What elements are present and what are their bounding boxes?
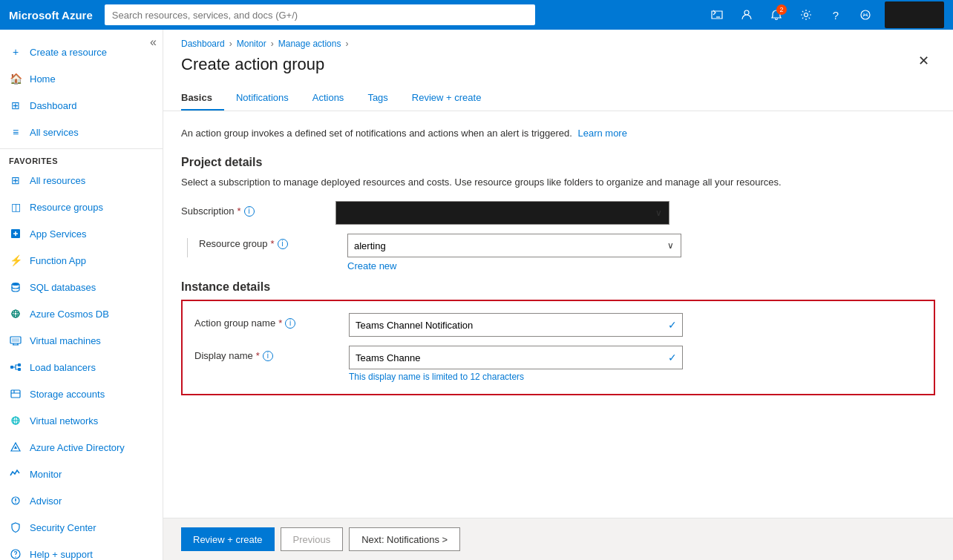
monitor-icon <box>9 467 22 481</box>
tab-tags[interactable]: Tags <box>356 86 399 111</box>
svg-point-19 <box>15 502 16 503</box>
learn-more-link[interactable]: Learn more <box>577 128 626 139</box>
resource-group-control: alerting Create new <box>347 234 681 271</box>
display-name-hint: This display name is limited to 12 chara… <box>349 372 683 382</box>
settings-button[interactable] <box>793 1 819 28</box>
directory-button[interactable] <box>733 1 760 28</box>
help-button[interactable]: ? <box>822 1 849 28</box>
display-name-input[interactable] <box>349 346 683 369</box>
all-resources-icon: ⊞ <box>9 174 22 187</box>
breadcrumb-and-title: Dashboard › Monitor › Manage actions › C… <box>181 39 348 83</box>
subscription-control <box>335 201 669 225</box>
vm-icon <box>9 334 22 347</box>
sidebar-item-azure-active-directory[interactable]: Azure Active Directory <box>0 434 163 461</box>
sidebar-item-advisor[interactable]: Advisor <box>0 487 163 514</box>
sidebar-item-label: Virtual machines <box>30 335 101 346</box>
list-icon: ≡ <box>9 125 22 139</box>
sidebar-item-label: Create a resource <box>30 47 107 58</box>
agn-info-icon[interactable]: i <box>285 318 295 329</box>
svg-point-7 <box>12 310 19 317</box>
svg-rect-13 <box>18 363 21 366</box>
display-name-check-icon: ✓ <box>668 352 677 363</box>
help-icon: ? <box>833 9 839 22</box>
create-new-link[interactable]: Create new <box>347 260 681 271</box>
dn-required: * <box>256 350 260 361</box>
sidebar-item-label: Virtual networks <box>30 415 98 426</box>
breadcrumb-manage-actions[interactable]: Manage actions <box>278 39 341 49</box>
resource-group-select[interactable]: alerting <box>347 234 681 257</box>
action-group-name-check-icon: ✓ <box>668 319 677 331</box>
cloud-shell-button[interactable] <box>704 1 730 28</box>
previous-button[interactable]: Previous <box>281 527 344 551</box>
subscription-row: Subscription * i <box>181 201 935 225</box>
sidebar-item-load-balancers[interactable]: Load balancers <box>0 354 163 381</box>
notification-button[interactable]: 2 <box>763 1 790 28</box>
resource-group-info-icon[interactable]: i <box>278 239 288 249</box>
breadcrumb-sep-1: › <box>229 39 232 49</box>
user-avatar[interactable] <box>885 1 944 28</box>
sidebar-item-help-support[interactable]: Help + support <box>0 541 163 560</box>
panel-footer: Review + create Previous Next: Notificat… <box>163 518 953 560</box>
subscription-required: * <box>238 205 241 217</box>
next-button[interactable]: Next: Notifications > <box>349 527 460 551</box>
project-details-desc: Select a subscription to manage deployed… <box>181 175 935 190</box>
sidebar-item-virtual-machines[interactable]: Virtual machines <box>0 327 163 354</box>
display-name-control: ✓ This display name is limited to 12 cha… <box>349 346 683 382</box>
action-group-name-row: Action group name * i ✓ <box>194 313 922 337</box>
sidebar-item-label: App Services <box>30 228 87 240</box>
feedback-button[interactable] <box>852 1 879 28</box>
aad-icon <box>9 441 22 454</box>
sidebar-item-monitor[interactable]: Monitor <box>0 461 163 487</box>
tab-notifications[interactable]: Notifications <box>224 86 301 111</box>
search-input[interactable] <box>105 4 535 25</box>
panel: Dashboard › Monitor › Manage actions › C… <box>163 30 953 560</box>
sidebar-item-all-services[interactable]: ≡ All services <box>0 119 163 145</box>
action-group-name-input[interactable] <box>349 313 683 337</box>
review-create-button[interactable]: Review + create <box>181 527 275 551</box>
vnet-icon <box>9 414 22 427</box>
sidebar-item-app-services[interactable]: App Services <box>0 220 163 247</box>
svg-rect-15 <box>11 390 20 398</box>
sidebar-item-label: Function App <box>30 255 86 266</box>
sidebar-collapse-button[interactable]: « <box>150 36 157 49</box>
tab-actions[interactable]: Actions <box>301 86 356 111</box>
sidebar-item-cosmos-db[interactable]: Azure Cosmos DB <box>0 300 163 327</box>
help-support-icon <box>9 547 22 560</box>
tab-basics[interactable]: Basics <box>181 86 224 111</box>
breadcrumb-dashboard[interactable]: Dashboard <box>181 39 225 49</box>
top-nav-icons: 2 ? <box>704 1 944 28</box>
sidebar-item-home[interactable]: 🏠 Home <box>0 65 163 92</box>
breadcrumb-sep-2: › <box>271 39 274 49</box>
sidebar-item-label: Storage accounts <box>30 389 105 400</box>
sidebar-item-virtual-networks[interactable]: Virtual networks <box>0 407 163 434</box>
subscription-info-icon[interactable]: i <box>244 206 255 217</box>
sidebar-item-storage-accounts[interactable]: Storage accounts <box>0 381 163 407</box>
sidebar-item-function-app[interactable]: ⚡ Function App <box>0 247 163 274</box>
sidebar-item-create-resource[interactable]: + Create a resource <box>0 39 163 65</box>
sidebar-item-label: Advisor <box>30 495 62 507</box>
action-group-name-input-wrapper: ✓ <box>349 313 683 337</box>
tab-review-create[interactable]: Review + create <box>400 86 494 111</box>
project-details-title: Project details <box>181 156 935 169</box>
sidebar-item-dashboard[interactable]: ⊞ Dashboard <box>0 92 163 119</box>
sidebar-item-label: Monitor <box>30 469 62 480</box>
sidebar-item-resource-groups[interactable]: ◫ Resource groups <box>0 194 163 220</box>
sidebar-item-all-resources[interactable]: ⊞ All resources <box>0 167 163 194</box>
sidebar-item-sql-databases[interactable]: SQL databases <box>0 274 163 300</box>
tabs: Basics Notifications Actions Tags Review… <box>181 86 935 111</box>
dn-info-icon[interactable]: i <box>263 351 273 361</box>
subscription-select[interactable] <box>335 201 669 225</box>
cosmos-icon <box>9 307 22 320</box>
storage-icon <box>9 387 22 401</box>
dashboard-icon: ⊞ <box>9 99 22 112</box>
sidebar-item-label: Azure Active Directory <box>30 442 125 453</box>
favorites-label: FAVORITES <box>0 152 163 167</box>
sidebar-item-security-center[interactable]: Security Center <box>0 514 163 541</box>
close-button[interactable]: ✕ <box>911 49 935 73</box>
breadcrumb-monitor[interactable]: Monitor <box>237 39 266 49</box>
svg-rect-14 <box>18 368 21 371</box>
sidebar-item-label: All services <box>30 127 79 138</box>
sidebar-item-label: SQL databases <box>30 282 96 293</box>
subscription-select-wrapper <box>335 201 669 225</box>
security-center-icon <box>9 521 22 534</box>
